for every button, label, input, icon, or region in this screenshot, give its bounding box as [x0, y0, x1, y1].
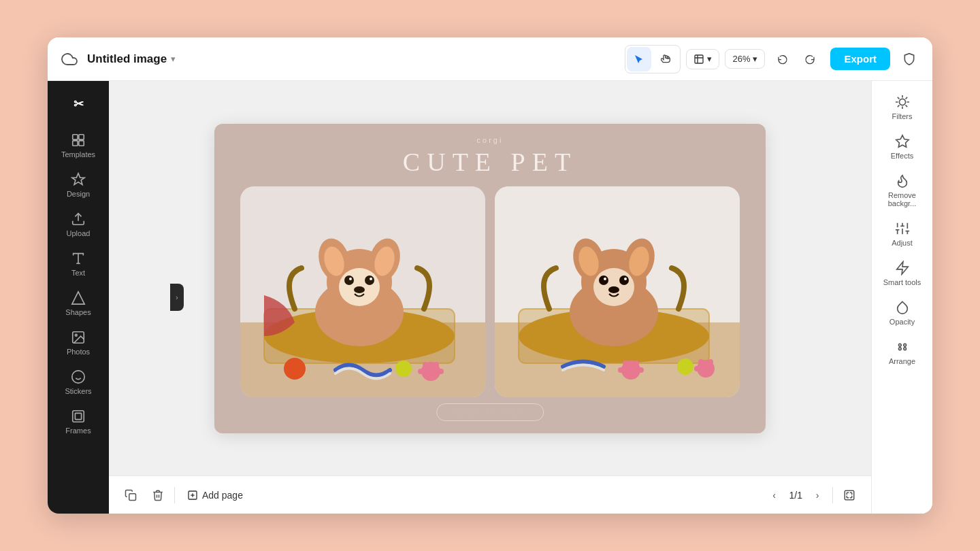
- right-panel-effects[interactable]: Effects: [877, 129, 928, 165]
- svg-rect-3: [73, 135, 78, 139]
- svg-point-39: [434, 362, 439, 367]
- svg-point-42: [395, 361, 412, 377]
- right-panel-filters[interactable]: Filters: [877, 89, 928, 126]
- undo-button[interactable]: [770, 47, 795, 71]
- header-center: ▾ 26% ▾: [625, 45, 822, 73]
- frames-label: Frames: [65, 427, 91, 435]
- title-dropdown-arrow: ▾: [171, 54, 176, 64]
- canvas-footer-text: CLICK TO VIEW: [436, 403, 544, 421]
- right-panel-smart-tools[interactable]: Smart tools: [877, 255, 928, 292]
- bottom-bar-divider-1: [174, 487, 175, 503]
- canvas-image-left[interactable]: [240, 186, 485, 397]
- canvas-image-right[interactable]: [495, 186, 740, 397]
- svg-rect-75: [845, 490, 854, 500]
- shapes-label: Shapes: [65, 308, 91, 316]
- canvas-scroll[interactable]: corgi CUTE PET: [109, 81, 871, 475]
- svg-point-90: [898, 348, 901, 350]
- svg-point-12: [75, 334, 77, 336]
- right-panel-opacity[interactable]: Opacity: [877, 295, 928, 331]
- design-icon: [71, 172, 86, 187]
- sidebar-item-templates[interactable]: Templates: [54, 127, 102, 164]
- svg-point-34: [370, 278, 372, 280]
- svg-point-91: [903, 348, 906, 350]
- svg-rect-0: [695, 55, 703, 63]
- svg-rect-6: [79, 141, 84, 146]
- sidebar-item-design[interactable]: Design: [54, 167, 102, 203]
- remove-bg-label: Remove backgr...: [879, 191, 926, 207]
- canvas-header: corgi CUTE PET: [403, 124, 577, 177]
- svg-point-38: [423, 362, 428, 367]
- sidebar-item-shapes[interactable]: Shapes: [54, 285, 102, 322]
- frames-icon: [71, 409, 86, 424]
- hand-tool-button[interactable]: [654, 47, 679, 71]
- adjust-icon: [895, 221, 910, 236]
- cursor-tool-button[interactable]: [627, 47, 651, 71]
- export-button[interactable]: Export: [830, 48, 890, 70]
- svg-point-63: [634, 361, 639, 366]
- sidebar-item-stickers[interactable]: Stickers: [54, 364, 102, 401]
- delete-page-button[interactable]: [147, 484, 169, 506]
- svg-point-35: [354, 286, 365, 293]
- header: Untitled image ▾: [48, 37, 932, 81]
- cloud-icon: [59, 48, 80, 70]
- svg-rect-17: [75, 413, 81, 419]
- right-panel: Filters Effects Remove backgr...: [871, 81, 932, 514]
- sidebar-item-text[interactable]: Text: [54, 246, 102, 282]
- frame-dropdown-arrow: ▾: [707, 54, 712, 64]
- svg-rect-4: [79, 135, 84, 139]
- right-panel-arrange[interactable]: Arrange: [877, 334, 928, 371]
- svg-point-56: [599, 276, 608, 285]
- canvas-content: corgi CUTE PET: [214, 124, 766, 433]
- sidebar-item-upload[interactable]: Upload: [54, 206, 102, 243]
- smart-tools-icon: [895, 261, 910, 276]
- prev-page-button[interactable]: ‹: [765, 486, 784, 505]
- sidebar-item-photos[interactable]: Photos: [54, 324, 102, 361]
- zoom-control[interactable]: 26% ▾: [725, 49, 765, 69]
- shield-button[interactable]: [897, 47, 921, 71]
- svg-point-40: [418, 369, 423, 374]
- left-sidebar: ✂ Templates Design: [48, 81, 109, 514]
- next-page-button[interactable]: ›: [808, 486, 827, 505]
- duplicate-page-button[interactable]: [120, 484, 142, 506]
- svg-point-36: [284, 358, 306, 380]
- templates-icon: [71, 133, 86, 148]
- svg-rect-16: [73, 411, 84, 422]
- text-icon: [71, 251, 86, 266]
- opacity-label: Opacity: [889, 318, 915, 326]
- add-page-label: Add page: [202, 490, 243, 501]
- svg-point-70: [694, 366, 700, 371]
- canvas-subtitle: corgi: [403, 136, 577, 144]
- sidebar-item-frames[interactable]: Frames: [54, 403, 102, 440]
- title-area[interactable]: Untitled image ▾: [87, 52, 176, 66]
- svg-marker-77: [896, 135, 908, 147]
- fit-page-button[interactable]: [838, 484, 860, 506]
- filters-icon: [895, 95, 910, 110]
- bottom-bar-right: ‹ 1/1 ›: [765, 484, 860, 506]
- stickers-label: Stickers: [65, 387, 91, 395]
- frame-tool-button[interactable]: ▾: [686, 49, 719, 69]
- zoom-level: 26%: [732, 54, 750, 64]
- svg-point-58: [604, 278, 606, 280]
- arrange-label: Arrange: [889, 357, 915, 365]
- header-right: Export: [830, 47, 921, 71]
- text-label: Text: [71, 269, 85, 277]
- redo-button[interactable]: [798, 47, 822, 71]
- svg-point-41: [438, 369, 444, 374]
- bottom-bar-divider-2: [832, 487, 833, 503]
- svg-marker-87: [896, 262, 908, 274]
- svg-point-59: [624, 278, 627, 280]
- sidebar-collapse-button[interactable]: ›: [170, 284, 184, 311]
- design-label: Design: [67, 190, 90, 198]
- effects-label: Effects: [891, 152, 913, 160]
- photos-label: Photos: [67, 348, 90, 356]
- tool-group-select: [625, 45, 681, 73]
- page-indicator: 1/1: [789, 490, 802, 501]
- svg-marker-10: [72, 292, 84, 304]
- add-page-button[interactable]: Add page: [180, 486, 250, 505]
- effects-icon: [895, 134, 910, 149]
- svg-point-62: [623, 361, 628, 366]
- right-panel-adjust[interactable]: Adjust: [877, 216, 928, 252]
- right-panel-remove-bg[interactable]: Remove backgr...: [877, 168, 928, 213]
- app-window: Untitled image ▾: [48, 37, 932, 514]
- bottom-bar: Add page ‹ 1/1 ›: [109, 475, 871, 514]
